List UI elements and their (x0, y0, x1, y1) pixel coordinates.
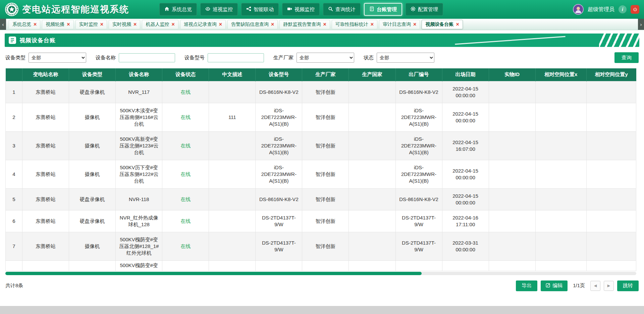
nav-label: 配置管理 (418, 6, 438, 13)
tab-scroll-left-icon[interactable]: ‹ (0, 19, 6, 30)
tab-patrol-record-query[interactable]: 巡视点记录查询× (180, 20, 226, 29)
cell-station: 东善桥站 (22, 210, 69, 232)
cell-serial-no: iDS-2DE7223MWR-A(S1)(B) (395, 131, 442, 160)
prev-page-button[interactable]: ◀ (590, 281, 600, 291)
table-row[interactable]: 5东善桥站硬盘录像机NVR-118在线DS-8616N-K8-V2智洋创新DS-… (6, 188, 636, 210)
cell-model: DS-2TD4137T-9/W (256, 232, 302, 260)
tab-close-icon[interactable]: × (413, 22, 416, 27)
status-label: 状态 (364, 55, 374, 61)
cell-station: 东善桥站 (22, 188, 69, 210)
cell-device-type: 摄像机 (69, 232, 116, 260)
nav-label: 系统总览 (172, 6, 192, 13)
jump-button[interactable]: 跳转 (617, 280, 639, 291)
query-button[interactable]: 查询 (614, 52, 639, 63)
tab-realtime-monitor[interactable]: 实时监控× (75, 20, 107, 29)
app-logo (5, 2, 19, 16)
tab-close-icon[interactable]: × (219, 22, 222, 27)
cell-position-y (586, 232, 636, 260)
cell-factory-date: 2022-04-15 00:00:00 (442, 160, 489, 188)
cell-factory-date (442, 260, 489, 271)
info-icon[interactable]: i (619, 5, 627, 13)
edit-icon (546, 283, 550, 289)
tab-video-carousel[interactable]: 视频轮播× (42, 20, 73, 29)
tab-close-icon[interactable]: × (100, 22, 103, 27)
cell-device-name: 500KV槐荫变#变 (116, 260, 162, 271)
device-name-input[interactable] (119, 53, 175, 62)
horizontal-scrollbar[interactable] (5, 272, 636, 275)
cell-serial-no: DS-8616N-K8-V2 (395, 81, 442, 103)
nav-patrol-monitor[interactable]: 巡视监控 (200, 3, 238, 16)
cell-device-status: 在线 (162, 160, 209, 188)
cell-device-type: 硬盘录像机 (69, 188, 116, 210)
table-row[interactable]: 4东善桥站摄像机500KV历下变#变压器东侧#122#云台机在线iDS-2DE7… (6, 160, 636, 188)
cell-position-x (535, 232, 586, 260)
cell-device-name: 500KV高新变#变压器北侧#123#云台机 (116, 131, 162, 160)
cell-station (22, 260, 69, 271)
cell-device-name: 500KV木渎变#变压器南侧#116#云台机 (116, 103, 162, 131)
nav-video-monitor[interactable]: 视频监控 (282, 3, 320, 16)
nav-config-mgmt[interactable]: 配置管理 (406, 3, 443, 16)
cell-manufacturer: 智洋创新 (302, 131, 349, 160)
home-icon (164, 6, 169, 12)
export-button[interactable]: 导出 (516, 280, 537, 291)
cell-model: iDS-2DE7223MWR-A(S1)(B) (256, 103, 302, 131)
device-type-select[interactable]: 全部 (29, 53, 86, 63)
table-row[interactable]: 500KV槐荫变#变 (6, 260, 636, 271)
tab-close-icon[interactable]: × (456, 22, 459, 27)
tab-realtime-video[interactable]: 实时视频× (109, 20, 140, 29)
nav-label: 查询统计 (335, 6, 356, 13)
cell-manufacturer: 智洋创新 (302, 232, 349, 260)
column-header-station: 变电站名称 (22, 68, 69, 81)
cell-device-status: 在线 (162, 188, 209, 210)
table-row[interactable]: 7东善桥站摄像机500KV槐荫变#变压器北侧#128_1#红外光球机在线DS-2… (6, 232, 636, 260)
cell-description (209, 260, 256, 271)
tab-alarm-defect-query[interactable]: 告警缺陷信息查询× (227, 20, 278, 29)
cell-model: DS-8616N-K8-V2 (256, 188, 302, 210)
tab-close-icon[interactable]: × (271, 22, 274, 27)
tab-reliability-stats[interactable]: 可靠性指标统计× (332, 20, 377, 29)
cell-model (256, 260, 302, 271)
next-page-button[interactable]: ▶ (604, 281, 614, 291)
table-row[interactable]: 6东善桥站硬盘录像机NVR_红外热成像球机_128在线DS-2TD4137T-9… (6, 210, 636, 232)
cell-description (209, 210, 256, 232)
user-avatar[interactable] (573, 4, 584, 15)
power-icon[interactable] (631, 5, 639, 14)
cell-position-x (535, 210, 586, 232)
column-header-seq (6, 68, 22, 81)
scrollbar-thumb[interactable] (5, 272, 422, 275)
tab-silent-alarm-query[interactable]: 静默监视告警查询× (279, 20, 330, 29)
tab-close-icon[interactable]: × (371, 22, 374, 27)
column-header-device-type: 设备类型 (69, 68, 116, 81)
manufacturer-select[interactable]: 全部 (297, 53, 354, 63)
tab-system-overview[interactable]: 系统总览× (9, 20, 40, 29)
tab-close-icon[interactable]: × (133, 22, 137, 27)
cell-position-x (535, 81, 586, 103)
table-row[interactable]: 1东善桥站硬盘录像机NVR_117在线DS-8616N-K8-V2智洋创新DS-… (6, 81, 636, 103)
tab-close-icon[interactable]: × (34, 22, 37, 27)
tab-robot-monitor[interactable]: 机器人监控× (142, 20, 178, 29)
tab-video-device-ledger[interactable]: 视频设备台账× (422, 20, 463, 29)
tab-audit-log-query[interactable]: 审计日志查询× (379, 20, 420, 29)
cell-device-status (162, 260, 209, 271)
tab-close-icon[interactable]: × (171, 22, 174, 27)
cell-serial-no (395, 260, 442, 271)
cell-device-status: 在线 (162, 210, 209, 232)
table-row[interactable]: 3东善桥站摄像机500KV高新变#变压器北侧#123#云台机在线iDS-2DE7… (6, 131, 636, 160)
column-header-device-status: 设备状态 (162, 68, 209, 81)
edit-button[interactable]: 编辑 (541, 280, 568, 291)
nav-query-stats[interactable]: 查询统计 (323, 3, 361, 16)
tab-close-icon[interactable]: × (67, 22, 70, 27)
table-row[interactable]: 2东善桥站摄像机500KV木渎变#变压器南侧#116#云台机在线111iDS-2… (6, 103, 636, 131)
nav-smart-linkage[interactable]: 智能联动 (241, 3, 279, 16)
page-indicator: 1/1页 (573, 282, 585, 289)
nav-system-overview[interactable]: 系统总览 (159, 3, 197, 16)
device-model-input[interactable] (208, 53, 264, 62)
nav-label: 巡视监控 (213, 6, 233, 13)
status-select[interactable]: 全部 (377, 53, 434, 63)
tab-close-icon[interactable]: × (323, 22, 326, 27)
nav-ledger-mgmt[interactable]: 台账管理 (364, 3, 402, 16)
cell-seq: 5 (6, 188, 22, 210)
cell-device-type (69, 260, 116, 271)
tab-scroll-right-icon[interactable]: › (638, 19, 644, 30)
tab-label: 视频设备台账 (425, 21, 453, 27)
